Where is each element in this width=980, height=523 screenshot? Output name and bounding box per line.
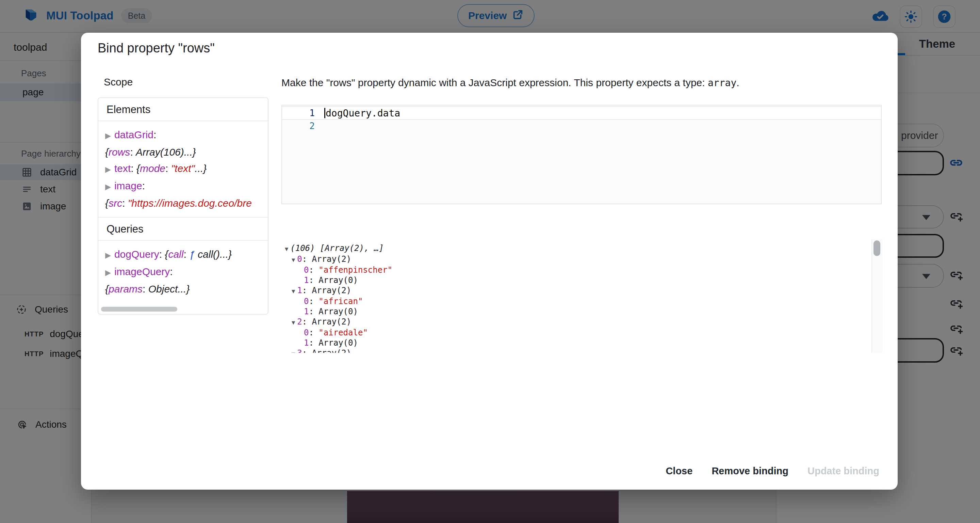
editor-line-1[interactable]: 1 dogQuery.data <box>282 106 881 120</box>
tree-row[interactable]: ▼3: Array(2) <box>285 348 882 353</box>
instruction-text: Make the "rows" property dynamic with a … <box>282 77 708 88</box>
queries-list: ▶dogQuery: {call: ƒ call()...}▶imageQuer… <box>98 241 268 299</box>
scope-label: Scope <box>104 76 133 88</box>
app-screen: MUI Toolpad Beta Preview <box>0 0 980 523</box>
tree-row[interactable]: ▼1: Array(2) <box>285 285 882 296</box>
line-number: 1 <box>282 108 324 118</box>
elements-header: Elements <box>98 98 268 121</box>
remove-binding-button[interactable]: Remove binding <box>705 461 795 481</box>
tree-row[interactable]: 1: Array(0) <box>285 275 882 285</box>
editor-code: dogQuery.data <box>326 108 400 119</box>
result-json-tree: ▼(106) [Array(2), …]▼0: Array(2)0: "affe… <box>282 239 882 353</box>
tree-row[interactable]: ▼0: Array(2) <box>285 254 882 265</box>
scope-query-row[interactable]: ▶imageQuery: <box>105 263 261 281</box>
tree-row[interactable]: 0: "airedale" <box>285 328 882 338</box>
tree-row[interactable]: 0: "affenpinscher" <box>285 265 882 275</box>
dialog-actions: Close Remove binding Update binding <box>659 461 886 481</box>
editor-line-2[interactable]: 2 <box>282 120 881 132</box>
scope-element-row[interactable]: ▶text: {mode: "text"...} <box>105 160 261 178</box>
elements-list: ▶dataGrid:{rows: Array(106)...}▶text: {m… <box>98 121 268 214</box>
expected-type: array <box>708 77 737 89</box>
vertical-scrollbar[interactable] <box>872 239 882 353</box>
scope-element-row[interactable]: ▶image: <box>105 178 261 195</box>
scope-element-row[interactable]: {rows: Array(106)...} <box>105 144 261 160</box>
tree-row[interactable]: 1: Array(0) <box>285 306 882 317</box>
line-number: 2 <box>282 121 324 131</box>
scope-explorer: Elements ▶dataGrid:{rows: Array(106)...}… <box>98 97 269 315</box>
scope-element-row[interactable]: ▶dataGrid: <box>105 127 261 144</box>
dialog-instruction: Make the "rows" property dynamic with a … <box>282 77 882 89</box>
scope-element-row[interactable]: {src: "https://images.dog.ceo/bre <box>105 195 261 212</box>
instruction-period: . <box>737 77 739 88</box>
scope-queries-header: Queries <box>98 217 268 241</box>
tree-row[interactable]: 1: Array(0) <box>285 338 882 348</box>
expression-editor[interactable]: 1 dogQuery.data 2 <box>282 105 882 204</box>
vertical-scrollbar-thumb[interactable] <box>873 241 880 256</box>
tree-row[interactable]: ▼(106) [Array(2), …] <box>285 243 882 254</box>
tree-row[interactable]: ▼2: Array(2) <box>285 317 882 328</box>
scope-query-row[interactable]: {params: Object...} <box>105 281 261 297</box>
update-binding-button[interactable]: Update binding <box>801 461 886 481</box>
scope-query-row[interactable]: ▶dogQuery: {call: ƒ call()...} <box>105 246 261 263</box>
tree-row[interactable]: 0: "african" <box>285 296 882 306</box>
close-button[interactable]: Close <box>659 461 699 481</box>
bind-property-dialog: Bind property "rows" Scope Elements ▶dat… <box>81 33 898 490</box>
dialog-title: Bind property "rows" <box>98 41 215 56</box>
text-cursor <box>324 108 325 118</box>
horizontal-scrollbar-thumb[interactable] <box>101 307 177 311</box>
